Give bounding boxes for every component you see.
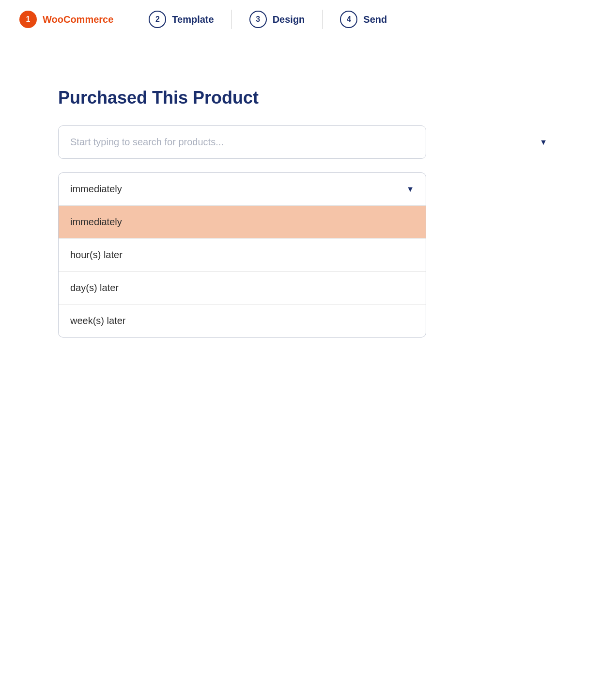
- step-1-label: WooCommerce: [43, 14, 113, 25]
- search-dropdown-arrow-icon: ▼: [539, 138, 547, 147]
- timing-option-weeks-later[interactable]: week(s) later: [59, 305, 426, 337]
- timing-option-immediately[interactable]: immediately: [59, 206, 426, 239]
- timing-option-hours-later[interactable]: hour(s) later: [59, 239, 426, 272]
- timing-dropdown-arrow-icon: ▼: [406, 185, 414, 194]
- step-divider-3: [322, 10, 323, 29]
- timing-options-list: immediately hour(s) later day(s) later w…: [58, 205, 426, 338]
- step-1-number: 1: [19, 11, 37, 28]
- step-3-number: 3: [249, 11, 267, 28]
- step-1[interactable]: 1 WooCommerce: [19, 11, 113, 28]
- step-2-number: 2: [149, 11, 166, 28]
- step-divider-2: [231, 10, 232, 29]
- timing-dropdown[interactable]: immediately ▼ immediately hour(s) later …: [58, 172, 426, 338]
- section-title: Purchased This Product: [58, 88, 558, 108]
- step-2-label: Template: [172, 14, 214, 25]
- product-search-input[interactable]: [58, 125, 426, 159]
- step-3[interactable]: 3 Design: [249, 11, 305, 28]
- stepper-header: 1 WooCommerce 2 Template 3 Design 4 Send: [0, 0, 616, 39]
- timing-option-days-later[interactable]: day(s) later: [59, 272, 426, 305]
- product-search-wrapper: ▼: [58, 125, 558, 159]
- main-content: Purchased This Product ▼ immediately ▼ i…: [0, 39, 616, 367]
- step-2[interactable]: 2 Template: [149, 11, 214, 28]
- step-4[interactable]: 4 Send: [340, 11, 387, 28]
- step-4-label: Send: [363, 14, 387, 25]
- step-divider-1: [131, 10, 131, 29]
- timing-dropdown-header[interactable]: immediately ▼: [58, 172, 426, 205]
- step-3-label: Design: [273, 14, 305, 25]
- timing-selected-label: immediately: [70, 184, 122, 195]
- step-4-number: 4: [340, 11, 357, 28]
